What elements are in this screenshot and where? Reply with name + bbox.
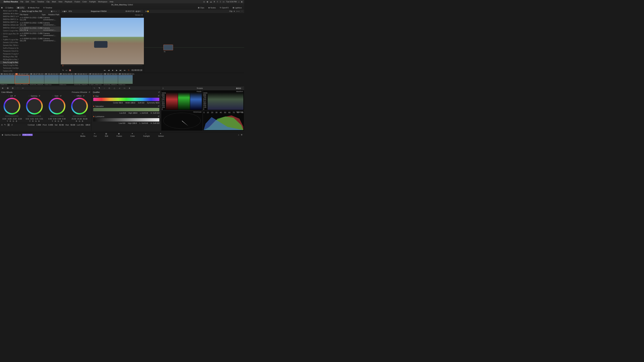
sidebar-item[interactable]: Generic LOG to Rec.709 [0,41,18,44]
menu-timeline[interactable]: Timeline [37,1,44,3]
clip-thumbnail[interactable]: 0208:49:07:00V1A025C040_190826J0_... [15,73,29,86]
wipe-icon[interactable]: ◐ [136,10,137,12]
grid-view-icon[interactable]: ▦ [51,10,52,12]
vectorscope[interactable]: Vectorscope [161,111,203,131]
layout-icon[interactable]: ▤ [239,87,241,89]
jog-wheel[interactable] [28,115,41,117]
chevron-down-icon[interactable]: ▾ [234,10,235,12]
node-graph[interactable]: 01 [144,13,244,73]
wheel-control[interactable] [71,98,88,114]
page-2[interactable]: 2 [12,124,12,126]
reset-icon[interactable]: ↺ [158,91,160,93]
resolve-icon[interactable]: ◉ [2,134,3,136]
wand-icon[interactable]: ✦ [66,10,67,12]
settings-icon[interactable]: ⚙ [241,134,242,136]
status-icon[interactable]: ◎ [203,1,205,3]
prev-frame-button[interactable]: ◀ [108,69,110,71]
chevron-down-icon[interactable]: ▾ [86,91,87,93]
sidebar-item[interactable]: ›Fujifilm F-Log to Rec.709 [0,38,18,41]
parade-scope[interactable]: Parade 10238967686405123842561280 [161,90,203,111]
jog-wheel[interactable] [5,115,18,117]
sidebar-item[interactable]: BMDFilm BMCC to Re... [0,15,18,18]
layout-icon[interactable]: ▦ [236,87,238,89]
lut-row[interactable]: ▭ U-SONY-S-LOG2-V2-LTRCUBECamera convers… [19,21,60,26]
home-icon[interactable]: ⌂ [238,134,239,136]
clip-thumbnail[interactable]: 0608:48:39:21V1A025C038_190826FN... [74,73,88,86]
sidebar-item[interactable]: Panasonic Cine-D to Re... [0,50,18,52]
pointer-icon[interactable]: ➤ [146,10,147,12]
wheel-control[interactable] [49,98,66,114]
menu-workspace[interactable]: Workspace [98,1,107,3]
render-icon[interactable]: ▭ [66,69,67,71]
clip-thumbnail[interactable]: 0308:47:05:23V1A025C034_190826JR_... [30,73,44,86]
lut-row[interactable]: ▭ U-SONY-S-LOG2-V1-LTRCUBECamera convers… [19,16,60,21]
fit-icon[interactable]: ▭ [62,10,64,12]
motion-effects-icon[interactable]: ▭ [22,87,24,89]
status-icon[interactable]: ⬆ [214,1,215,3]
siri-icon[interactable]: ◐ [241,1,243,3]
sidebar-item[interactable]: Cinespace [0,72,18,73]
tab-timeline[interactable]: ⊟ Timeline [42,6,54,9]
next-frame-button[interactable]: ▶| [120,69,122,71]
lummix-value[interactable]: 100.0 [85,124,90,126]
tab-gallery[interactable]: ◫ Gallery [4,6,15,9]
sidebar-item[interactable]: Sony S-Log2 to Rec.709 [0,61,18,64]
bluetooth-icon[interactable]: ᛒ [220,1,221,3]
sidebar-item[interactable]: GoPro Protune to Video [0,47,18,50]
sidebar-item[interactable]: BMDFilm URSA to Rec... [0,26,18,29]
version-dropdown[interactable]: Version [135,14,140,16]
color-wheels-icon[interactable]: ◎ [12,87,14,89]
viewer-canvas[interactable] [61,17,144,65]
stop-button[interactable]: ■ [112,69,114,71]
window-icon[interactable]: ○ [103,87,106,89]
options-icon[interactable]: ⋯ [241,10,243,12]
col-type[interactable]: Type [42,13,48,15]
qualifier-icon[interactable]: ✎ [98,87,100,89]
close-icon[interactable]: × [162,87,164,89]
back-icon[interactable]: ‹ [20,10,20,12]
lut-row[interactable]: ▭ U-SONY-S-LOG2-V4-LTRCUBECamera convers… [19,32,60,37]
menu-clip[interactable]: Clip [46,1,50,3]
sidebar-item[interactable]: Alexa Log-C to Rec... [0,9,18,12]
panel-toggle-icon[interactable]: ▣ [1,6,3,9]
tab-clips[interactable]: ▦ Clips [196,6,206,9]
clip-thumbnail[interactable]: 0105:51:26:12V1C0006.mov [0,73,14,86]
lut-row[interactable]: ▭ U-SONY-S-LOG2-V3-LTR ★CUBECamera conve… [19,26,60,32]
blur-icon[interactable]: △ [113,87,116,89]
sidebar-item[interactable]: ›DJI D-Log to Rec.709 [0,32,18,35]
menu-view[interactable]: View [58,1,62,3]
wifi-icon[interactable]: ⇪ [217,1,218,3]
sidebar-item[interactable]: Generic Rec.709 to LOG [0,44,18,47]
play-button[interactable]: ▶ [116,69,118,71]
options-icon[interactable]: ⋯ [241,87,243,89]
clip-thumbnail[interactable]: 0505:51:04:09V1C0003.mov [59,73,74,86]
menu-help[interactable]: Help [110,1,114,3]
tracking-icon[interactable]: ◎ [108,87,111,89]
reset-icon[interactable]: ↺ [88,91,90,93]
sidebar-item[interactable]: BMDFilm BMPCC to R... [0,21,18,24]
menu-fusion[interactable]: Fusion [75,1,80,3]
3d-icon[interactable]: ◈ [128,87,131,89]
key-icon[interactable]: ⊿ [118,87,121,89]
sidebar-item[interactable]: REDlogFilm to Rec.709 [0,58,18,61]
clip-thumbnail[interactable]: 0808:47:52:04V1A025C036_190826OJ_... [103,73,118,86]
search-icon[interactable]: ⌕ [56,10,57,12]
sidebar-item[interactable]: Canon LUTs [0,69,18,72]
clip-thumbnail[interactable]: 0905:50:43:11V1C0002.mov [118,73,133,86]
page-color[interactable]: ✦Color [130,133,135,137]
histogram-scope[interactable]: Histogram 0102030405060708090 [203,111,244,131]
pivot-value[interactable]: 0.435 [48,124,53,126]
cloud-icon[interactable]: ☁ [210,1,212,3]
zoom-level[interactable]: 91% [68,10,72,12]
wheel-control[interactable] [4,98,20,114]
tab-mediapool[interactable]: ▥ Media Pool [26,6,40,9]
sat-value[interactable]: 62.65 [59,124,64,126]
app-name[interactable]: DaVinci Resolve [4,1,18,3]
page-media[interactable]: ▭Media [80,133,85,137]
sidebar-item[interactable]: Panasonic V-Log to Re... [0,52,18,55]
auto-icon[interactable]: A [1,124,2,126]
wheel-control[interactable] [26,98,43,114]
tab-nodes[interactable]: ◉ Nodes [207,6,217,9]
options-icon[interactable]: ⋯ [58,10,60,12]
color-match-icon[interactable]: ▦ [6,87,9,89]
